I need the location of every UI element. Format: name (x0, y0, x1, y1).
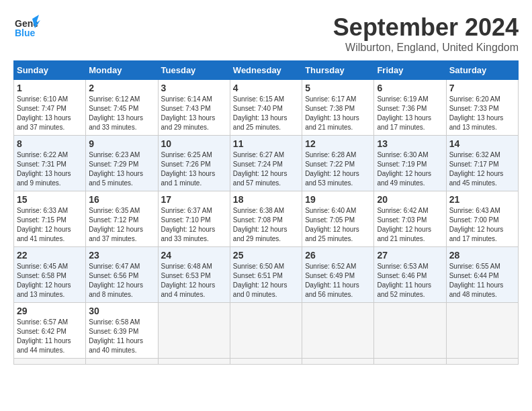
col-wednesday: Wednesday (230, 61, 302, 80)
day-info: Sunrise: 6:10 AM Sunset: 7:47 PM Dayligh… (17, 95, 83, 132)
table-row (230, 303, 302, 359)
day-info: Sunrise: 6:15 AM Sunset: 7:40 PM Dayligh… (233, 95, 299, 132)
day-number: 14 (449, 138, 515, 149)
table-row (446, 359, 518, 365)
table-row: 1 Sunrise: 6:10 AM Sunset: 7:47 PM Dayli… (14, 80, 86, 136)
table-row: 13 Sunrise: 6:30 AM Sunset: 7:19 PM Dayl… (374, 136, 446, 191)
table-row: 2 Sunrise: 6:12 AM Sunset: 7:45 PM Dayli… (86, 80, 158, 136)
day-info: Sunrise: 6:33 AM Sunset: 7:15 PM Dayligh… (17, 206, 83, 244)
day-info: Sunrise: 6:19 AM Sunset: 7:36 PM Dayligh… (377, 95, 443, 132)
table-row (302, 359, 374, 365)
day-number: 8 (17, 138, 83, 149)
table-row: 23 Sunrise: 6:47 AM Sunset: 6:56 PM Dayl… (86, 247, 158, 303)
table-row: 11 Sunrise: 6:27 AM Sunset: 7:24 PM Dayl… (230, 136, 302, 191)
day-info: Sunrise: 6:52 AM Sunset: 6:49 PM Dayligh… (305, 262, 371, 300)
table-row: 12 Sunrise: 6:28 AM Sunset: 7:22 PM Dayl… (302, 136, 374, 191)
table-row: 18 Sunrise: 6:38 AM Sunset: 7:08 PM Dayl… (230, 191, 302, 247)
table-row: 21 Sunrise: 6:43 AM Sunset: 7:00 PM Dayl… (446, 191, 518, 247)
col-friday: Friday (374, 61, 446, 80)
table-row: 4 Sunrise: 6:15 AM Sunset: 7:40 PM Dayli… (230, 80, 302, 136)
table-row: 5 Sunrise: 6:17 AM Sunset: 7:38 PM Dayli… (302, 80, 374, 136)
col-sunday: Sunday (14, 61, 86, 80)
day-info: Sunrise: 6:37 AM Sunset: 7:10 PM Dayligh… (161, 206, 227, 244)
day-number: 10 (161, 138, 227, 149)
location-title: Wilburton, England, United Kingdom (333, 42, 519, 54)
day-number: 17 (161, 194, 227, 205)
table-row: 16 Sunrise: 6:35 AM Sunset: 7:12 PM Dayl… (86, 191, 158, 247)
table-row (86, 359, 158, 365)
table-row: 20 Sunrise: 6:42 AM Sunset: 7:03 PM Dayl… (374, 191, 446, 247)
table-row (446, 303, 518, 359)
day-number: 27 (377, 250, 443, 261)
day-number: 19 (305, 194, 371, 205)
day-number: 6 (377, 83, 443, 93)
table-row: 26 Sunrise: 6:52 AM Sunset: 6:49 PM Dayl… (302, 247, 374, 303)
calendar: Sunday Monday Tuesday Wednesday Thursday… (13, 60, 519, 365)
day-number: 12 (305, 138, 371, 149)
day-info: Sunrise: 6:32 AM Sunset: 7:17 PM Dayligh… (449, 150, 515, 188)
table-row: 24 Sunrise: 6:48 AM Sunset: 6:53 PM Dayl… (158, 247, 230, 303)
table-row: 8 Sunrise: 6:22 AM Sunset: 7:31 PM Dayli… (14, 136, 86, 191)
title-area: September 2024 Wilburton, England, Unite… (333, 13, 519, 54)
day-number: 16 (89, 194, 154, 205)
day-number: 5 (305, 83, 371, 93)
table-row: 22 Sunrise: 6:45 AM Sunset: 6:58 PM Dayl… (14, 247, 86, 303)
table-row: 25 Sunrise: 6:50 AM Sunset: 6:51 PM Dayl… (230, 247, 302, 303)
day-info: Sunrise: 6:57 AM Sunset: 6:42 PM Dayligh… (17, 318, 83, 355)
day-info: Sunrise: 6:28 AM Sunset: 7:22 PM Dayligh… (305, 150, 371, 188)
col-thursday: Thursday (302, 61, 374, 80)
day-number: 13 (377, 138, 443, 149)
day-number: 22 (17, 250, 83, 261)
day-number: 18 (233, 194, 299, 205)
day-number: 3 (161, 83, 227, 93)
day-info: Sunrise: 6:45 AM Sunset: 6:58 PM Dayligh… (17, 262, 83, 300)
day-number: 20 (377, 194, 443, 205)
month-title: September 2024 (333, 13, 519, 42)
day-number: 24 (161, 250, 227, 261)
table-row: 9 Sunrise: 6:23 AM Sunset: 7:29 PM Dayli… (86, 136, 158, 191)
day-number: 11 (233, 138, 299, 149)
table-row (374, 359, 446, 365)
day-number: 25 (233, 250, 299, 261)
day-number: 21 (449, 194, 515, 205)
day-info: Sunrise: 6:14 AM Sunset: 7:43 PM Dayligh… (161, 95, 227, 132)
table-row: 29 Sunrise: 6:57 AM Sunset: 6:42 PM Dayl… (14, 303, 86, 359)
day-info: Sunrise: 6:47 AM Sunset: 6:56 PM Dayligh… (89, 262, 154, 300)
table-row: 19 Sunrise: 6:40 AM Sunset: 7:05 PM Dayl… (302, 191, 374, 247)
day-info: Sunrise: 6:17 AM Sunset: 7:38 PM Dayligh… (305, 95, 371, 132)
table-row: 10 Sunrise: 6:25 AM Sunset: 7:26 PM Dayl… (158, 136, 230, 191)
day-info: Sunrise: 6:12 AM Sunset: 7:45 PM Dayligh… (89, 95, 154, 132)
day-number: 4 (233, 83, 299, 93)
day-number: 26 (305, 250, 371, 261)
day-info: Sunrise: 6:50 AM Sunset: 6:51 PM Dayligh… (233, 262, 299, 300)
table-row: 27 Sunrise: 6:53 AM Sunset: 6:46 PM Dayl… (374, 247, 446, 303)
col-saturday: Saturday (446, 61, 518, 80)
day-number: 28 (449, 250, 515, 261)
table-row: 14 Sunrise: 6:32 AM Sunset: 7:17 PM Dayl… (446, 136, 518, 191)
table-row (374, 303, 446, 359)
table-row: 17 Sunrise: 6:37 AM Sunset: 7:10 PM Dayl… (158, 191, 230, 247)
table-row (158, 359, 230, 365)
day-number: 2 (89, 83, 154, 93)
col-monday: Monday (86, 61, 158, 80)
day-info: Sunrise: 6:23 AM Sunset: 7:29 PM Dayligh… (89, 150, 154, 188)
table-row (230, 359, 302, 365)
day-number: 30 (89, 306, 154, 316)
day-info: Sunrise: 6:38 AM Sunset: 7:08 PM Dayligh… (233, 206, 299, 244)
day-info: Sunrise: 6:42 AM Sunset: 7:03 PM Dayligh… (377, 206, 443, 244)
table-row (302, 303, 374, 359)
table-row (158, 303, 230, 359)
day-info: Sunrise: 6:22 AM Sunset: 7:31 PM Dayligh… (17, 150, 83, 188)
col-tuesday: Tuesday (158, 61, 230, 80)
day-info: Sunrise: 6:25 AM Sunset: 7:26 PM Dayligh… (161, 150, 227, 188)
day-info: Sunrise: 6:40 AM Sunset: 7:05 PM Dayligh… (305, 206, 371, 244)
table-row (14, 359, 86, 365)
logo: Gene Blue (13, 13, 38, 38)
day-info: Sunrise: 6:35 AM Sunset: 7:12 PM Dayligh… (89, 206, 154, 244)
day-number: 1 (17, 83, 83, 93)
table-row: 3 Sunrise: 6:14 AM Sunset: 7:43 PM Dayli… (158, 80, 230, 136)
svg-text:Blue: Blue (15, 28, 36, 38)
table-row: 7 Sunrise: 6:20 AM Sunset: 7:33 PM Dayli… (446, 80, 518, 136)
day-info: Sunrise: 6:53 AM Sunset: 6:46 PM Dayligh… (377, 262, 443, 300)
day-number: 9 (89, 138, 154, 149)
